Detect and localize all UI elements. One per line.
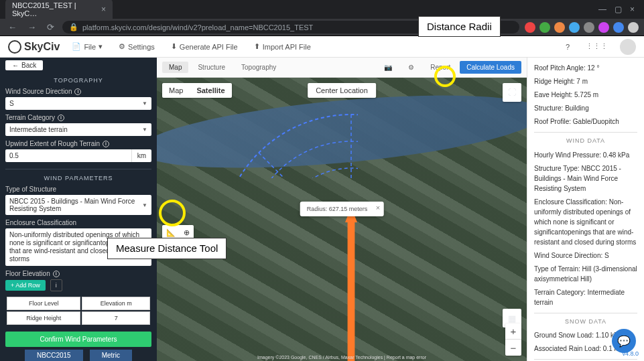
section-title: WIND DATA bbox=[534, 132, 637, 146]
terrain-category-select[interactable]: Intermediate terrain▼ bbox=[5, 123, 151, 136]
zoom-out-button[interactable]: − bbox=[505, 340, 521, 356]
apps-icon[interactable]: ⋮⋮⋮ bbox=[582, 41, 612, 52]
section-title: WIND PARAMETERS bbox=[5, 169, 151, 182]
table-header: Elevation m bbox=[82, 297, 150, 310]
center-location-button[interactable]: Center Location bbox=[308, 83, 376, 98]
tab-title: NBCC2015_TEST | SkyC… bbox=[12, 1, 97, 17]
section-title: SNOW DATA bbox=[534, 313, 637, 327]
svg-point-1 bbox=[247, 141, 358, 178]
reload-icon[interactable]: ⟳ bbox=[44, 22, 57, 32]
label-upwind: Upwind Extent of Rough Terrain i bbox=[5, 140, 151, 147]
maximize-icon[interactable]: ▢ bbox=[610, 5, 626, 14]
help-icon[interactable]: ? bbox=[562, 42, 574, 52]
minimize-icon[interactable]: — bbox=[594, 5, 610, 14]
summary-item: Eave Height: 5.725 m bbox=[534, 90, 637, 100]
camera-icon[interactable]: 📷 bbox=[377, 62, 399, 73]
close-icon[interactable]: × bbox=[376, 204, 380, 212]
logo-icon bbox=[8, 40, 21, 54]
lock-icon: 🔒 bbox=[69, 23, 78, 31]
browser-tab[interactable]: NBCC2015_TEST | SkyC… × bbox=[5, 0, 113, 20]
summary-item: Enclosure Classification: Non-uniformly … bbox=[534, 197, 637, 247]
label-wind-src-dir: Wind Source Direction i bbox=[5, 88, 151, 95]
file-menu[interactable]: 📄 File ▾ bbox=[68, 41, 107, 52]
structure-type-select[interactable]: NBCC 2015 - Buildings - Main Wind Force … bbox=[5, 195, 151, 215]
annotation-radii: Distance Radii bbox=[418, 16, 501, 37]
summary-item: Roof Pitch Angle: 12 ° bbox=[534, 63, 637, 73]
tab-topography[interactable]: Topography bbox=[235, 62, 283, 73]
summary-item: Type of Terrain: Hill (3-dimensional axi… bbox=[534, 264, 637, 284]
address-bar: ← → ⟳ 🔒 platform.skyciv.com/design/wind/… bbox=[0, 19, 644, 36]
map-attribution: Imagery ©2023 Google, CNES / Airbus, Max… bbox=[257, 355, 426, 360]
table-header: Floor Level bbox=[7, 297, 80, 310]
summary-item: Ridge Height: 7 m bbox=[534, 76, 637, 86]
summary-item: Terrain Category: Intermediate terrain bbox=[534, 287, 637, 307]
unit-tab[interactable]: Metric bbox=[90, 350, 132, 361]
logo[interactable]: SkyCiv bbox=[8, 40, 60, 54]
summary-item: Hourly Wind Pressure: 0.48 kPa bbox=[534, 150, 637, 160]
summary-item: Roof Profile: Gable/Duopitch bbox=[534, 117, 637, 127]
window-close-icon[interactable]: × bbox=[626, 5, 639, 14]
ext-icon[interactable] bbox=[554, 22, 565, 33]
upwind-input[interactable]: 0.5 bbox=[5, 149, 131, 162]
upwind-unit: km bbox=[131, 149, 151, 162]
chat-icon[interactable]: 💬 bbox=[612, 329, 636, 353]
table-cell[interactable]: Ridge Height bbox=[7, 311, 80, 325]
ext-icon[interactable] bbox=[539, 22, 550, 33]
summary-item: Structure: Building bbox=[534, 103, 637, 113]
calculate-button[interactable]: Calculate Loads bbox=[460, 61, 521, 74]
svg-line-8 bbox=[259, 153, 358, 178]
map-type-satellite[interactable]: Satellite bbox=[190, 83, 231, 98]
browser-tab-strip: NBCC2015_TEST | SkyC… × — ▢ × bbox=[0, 0, 644, 19]
info-icon[interactable]: i bbox=[74, 88, 81, 95]
label-floor-elev: Floor Elevation i bbox=[5, 270, 151, 277]
ext-icon[interactable] bbox=[569, 22, 580, 33]
map-type-map[interactable]: Map bbox=[162, 83, 190, 98]
gear-icon[interactable]: ⚙ bbox=[401, 62, 421, 73]
left-panel: ← Back TOPOGRAPHY Wind Source Direction … bbox=[0, 58, 157, 361]
section-title: TOPOGRAPHY bbox=[5, 77, 151, 84]
ext-icon[interactable] bbox=[628, 22, 639, 33]
map-type-control: Map Satellite bbox=[162, 83, 232, 98]
chevron-down-icon: ▼ bbox=[142, 202, 147, 208]
forward-icon[interactable]: → bbox=[25, 22, 39, 32]
import-api-button[interactable]: ⬆ Import API File bbox=[250, 41, 315, 52]
chevron-down-icon: ▼ bbox=[142, 100, 147, 106]
info-icon[interactable]: i bbox=[58, 115, 64, 121]
label-enc-class: Enclosure Classification bbox=[5, 219, 151, 226]
tab-map[interactable]: Map bbox=[162, 62, 188, 73]
annotation-circle bbox=[434, 66, 456, 87]
floor-table: Floor LevelElevation m Ridge Height7 bbox=[5, 295, 151, 326]
avatar[interactable] bbox=[620, 39, 636, 55]
map[interactable]: Map Satellite Center Location ⛶ 📐 ⊕ Radi… bbox=[157, 78, 527, 361]
svg-line-7 bbox=[259, 153, 358, 178]
summary-item: Wind Source Direction: S bbox=[534, 250, 637, 261]
code-tab[interactable]: NBCC2015 bbox=[25, 350, 83, 361]
center-area: Map Structure Topography 📷 ⚙ Report Calc… bbox=[157, 58, 527, 361]
close-icon[interactable]: × bbox=[101, 5, 106, 14]
table-cell[interactable]: 7 bbox=[82, 311, 150, 325]
summary-item: Structure Type: NBCC 2015 - Buildings - … bbox=[534, 163, 637, 194]
wind-source-select[interactable]: S▼ bbox=[5, 97, 151, 110]
ext-icon[interactable] bbox=[613, 22, 624, 33]
center-toolbar: Map Structure Topography 📷 ⚙ Report Calc… bbox=[157, 58, 527, 78]
back-icon[interactable]: ← bbox=[5, 22, 19, 32]
zoom-in-button[interactable]: + bbox=[505, 323, 521, 340]
generate-api-button[interactable]: ⬇ Generate API File bbox=[167, 41, 242, 52]
info-icon[interactable]: i bbox=[50, 279, 62, 291]
add-row-button[interactable]: + Add Row bbox=[5, 280, 46, 291]
annotation-measure: Measure Distance Tool bbox=[107, 238, 227, 259]
confirm-button[interactable]: Confirm Wind Parameters bbox=[5, 332, 151, 347]
app-header: SkyCiv 📄 File ▾ ⚙ Settings ⬇ Generate AP… bbox=[0, 36, 644, 58]
info-icon[interactable]: i bbox=[103, 141, 109, 147]
settings-menu[interactable]: ⚙ Settings bbox=[115, 41, 159, 52]
zoom-control: + − bbox=[505, 323, 521, 356]
ext-icon[interactable] bbox=[598, 22, 609, 33]
label-terrain-cat: Terrain Category i bbox=[5, 114, 151, 121]
radius-popup: Radius: 627.15 meters × bbox=[300, 202, 384, 216]
info-icon[interactable]: i bbox=[53, 271, 60, 277]
fullscreen-icon[interactable]: ⛶ bbox=[503, 83, 521, 102]
back-button[interactable]: ← Back bbox=[5, 60, 43, 70]
tab-structure[interactable]: Structure bbox=[191, 62, 232, 73]
ext-icon[interactable] bbox=[584, 22, 594, 33]
ext-icon[interactable] bbox=[525, 22, 535, 33]
